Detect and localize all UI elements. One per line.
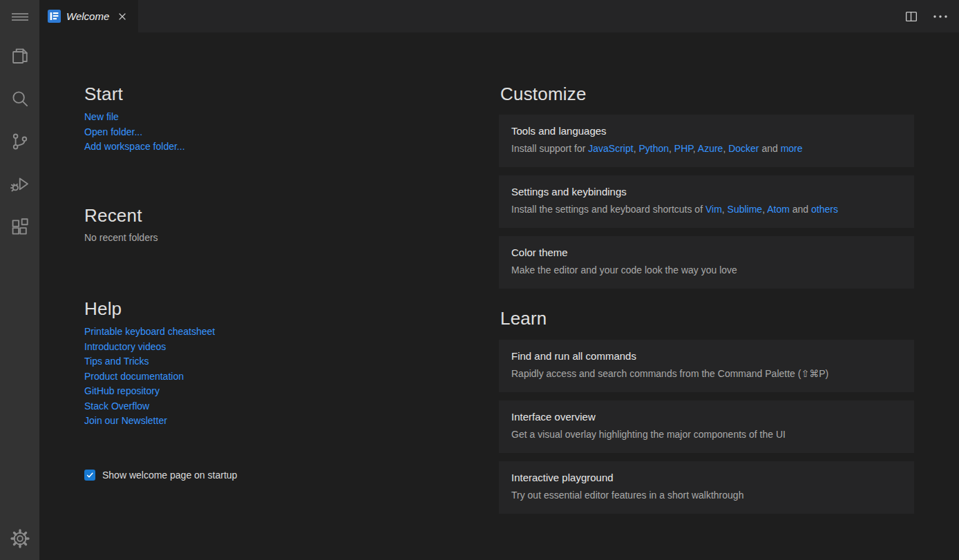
help-heading: Help	[84, 298, 122, 320]
link-github-repository[interactable]: GitHub repository	[84, 384, 215, 399]
startup-checkbox-label: Show welcome page on startup	[102, 470, 237, 481]
inline-link[interactable]: PHP	[674, 143, 693, 154]
card-description: Rapidly access and search commands from …	[511, 367, 902, 380]
link-stack-overflow[interactable]: Stack Overflow	[84, 399, 215, 414]
help-links: Printable keyboard cheatsheet Introducto…	[84, 325, 215, 429]
search-icon[interactable]	[0, 77, 39, 120]
card-interactive-playground[interactable]: Interactive playground Try out essential…	[499, 461, 914, 514]
no-recent-folders-text: No recent folders	[84, 232, 158, 243]
source-control-icon[interactable]	[0, 120, 39, 163]
inline-link[interactable]: others	[811, 204, 838, 215]
inline-link[interactable]: Sublime	[728, 204, 763, 215]
link-tips-and-tricks[interactable]: Tips and Tricks	[84, 354, 215, 369]
card-description: Make the editor and your code look the w…	[511, 264, 902, 276]
start-heading: Start	[84, 84, 123, 105]
card-find-run-commands[interactable]: Find and run all commands Rapidly access…	[499, 340, 914, 392]
card-description: Install support for JavaScript, Python, …	[511, 142, 902, 155]
tab-welcome[interactable]: Welcome	[39, 0, 138, 32]
card-interface-overview[interactable]: Interface overview Get a visual overlay …	[499, 400, 914, 453]
inline-link[interactable]: Python	[638, 143, 669, 154]
link-add-workspace-folder[interactable]: Add workspace folder...	[84, 139, 185, 155]
activity-bar	[0, 0, 39, 560]
learn-heading: Learn	[500, 308, 547, 329]
start-links: New file Open folder... Add workspace fo…	[84, 110, 185, 155]
link-keyboard-cheatsheet[interactable]: Printable keyboard cheatsheet	[84, 325, 215, 340]
welcome-page: Start New file Open folder... Add worksp…	[39, 32, 959, 560]
explorer-files-icon[interactable]	[0, 35, 39, 77]
card-tools-and-languages[interactable]: Tools and languages Install support for …	[499, 115, 914, 167]
customize-heading: Customize	[500, 84, 587, 105]
card-title: Tools and languages	[511, 125, 902, 137]
card-title: Settings and keybindings	[511, 186, 902, 197]
split-editor-icon[interactable]	[904, 9, 919, 24]
link-open-folder[interactable]: Open folder...	[84, 125, 185, 140]
inline-link[interactable]: Azure	[698, 143, 723, 154]
link-join-newsletter[interactable]: Join our Newsletter	[84, 414, 215, 429]
link-product-documentation[interactable]: Product documentation	[84, 369, 215, 385]
card-title: Find and run all commands	[511, 350, 902, 362]
run-debug-icon[interactable]	[0, 163, 39, 206]
inline-link[interactable]: Docker	[728, 143, 759, 154]
card-description: Get a visual overlay highlighting the ma…	[511, 428, 902, 441]
card-title: Interface overview	[511, 411, 902, 423]
tab-label: Welcome	[66, 10, 109, 22]
recent-heading: Recent	[84, 205, 142, 226]
inline-link[interactable]: JavaScript	[588, 143, 633, 154]
show-welcome-on-startup[interactable]: Show welcome page on startup	[84, 470, 237, 481]
settings-gear-icon[interactable]	[0, 522, 39, 554]
startup-checkbox[interactable]	[84, 470, 95, 481]
card-description: Try out essential editor features in a s…	[511, 489, 902, 501]
link-introductory-videos[interactable]: Introductory videos	[84, 340, 215, 355]
tab-bar: Welcome	[39, 0, 959, 32]
ellipsis-icon[interactable]	[933, 15, 948, 19]
link-new-file[interactable]: New file	[84, 110, 185, 125]
extensions-icon[interactable]	[0, 206, 39, 249]
menu-icon[interactable]	[0, 0, 39, 32]
inline-link[interactable]: Vim	[705, 204, 722, 215]
card-settings-and-keybindings[interactable]: Settings and keybindings Install the set…	[499, 175, 914, 228]
close-icon[interactable]	[116, 10, 129, 23]
inline-link[interactable]: more	[781, 143, 803, 154]
card-title: Interactive playground	[511, 472, 902, 483]
welcome-page-icon	[48, 10, 61, 23]
card-title: Color theme	[511, 247, 902, 258]
card-color-theme[interactable]: Color theme Make the editor and your cod…	[499, 236, 914, 289]
card-description: Install the settings and keyboard shortc…	[511, 203, 902, 215]
inline-link[interactable]: Atom	[767, 204, 790, 215]
